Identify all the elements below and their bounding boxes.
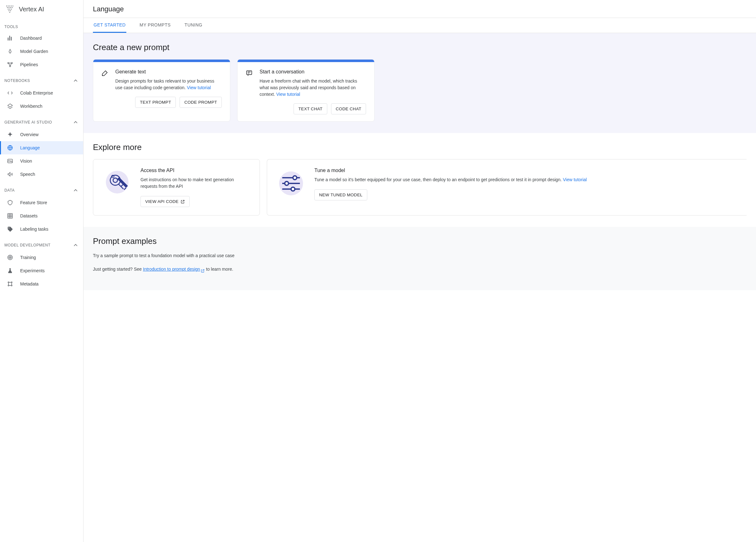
sidebar-item-label: Dashboard: [20, 36, 42, 41]
sidebar-item-datasets[interactable]: Datasets: [0, 209, 83, 222]
explore-section: Explore more Access the API Get instruct…: [83, 133, 756, 227]
examples-starter: Just getting started? See Introduction t…: [93, 265, 747, 273]
text-prompt-button[interactable]: TEXT PROMPT: [135, 97, 176, 108]
nav-section-header[interactable]: NOTEBOOKS: [0, 75, 83, 86]
chevron-up-icon: [72, 119, 79, 125]
view-tutorial-link[interactable]: View tutorial: [187, 85, 211, 90]
sidebar-item-label: Training: [20, 255, 36, 260]
view-tutorial-link[interactable]: View tutorial: [276, 92, 300, 97]
card-desc: Get instructions on how to make text gen…: [140, 176, 251, 190]
svg-point-40: [293, 176, 297, 180]
sidebar-item-label: Metadata: [20, 282, 38, 287]
tabs: GET STARTEDMY PROMPTSTUNING: [83, 18, 756, 33]
nav-section-header[interactable]: GENERATIVE AI STUDIO: [0, 117, 83, 128]
create-card: Start a conversation Have a freeform cha…: [237, 59, 375, 122]
examples-heading: Prompt examples: [93, 236, 747, 246]
svg-point-14: [9, 12, 10, 13]
sidebar-item-pipelines[interactable]: Pipelines: [0, 58, 83, 71]
examples-intro: Try a sample prompt to test a foundation…: [93, 252, 747, 259]
svg-point-2: [9, 6, 10, 6]
page-title: Language: [93, 5, 747, 13]
sidebar-item-dashboard[interactable]: Dashboard: [0, 31, 83, 45]
nav-section-label: MODEL DEVELOPMENT: [4, 243, 50, 247]
sidebar-item-labeling-tasks[interactable]: Labeling tasks: [0, 222, 83, 236]
svg-point-3: [11, 6, 12, 6]
card-actions: TEXT PROMPTCODE PROMPT: [101, 97, 222, 108]
examples-section: Prompt examples Try a sample prompt to t…: [83, 227, 756, 290]
dashboard-icon: [7, 35, 13, 41]
tab-my-prompts[interactable]: MY PROMPTS: [139, 18, 171, 33]
svg-point-41: [285, 181, 289, 185]
sidebar-item-label: Vision: [20, 158, 32, 163]
svg-point-28: [11, 282, 12, 283]
workbench-icon: [7, 103, 13, 109]
nav-section-label: NOTEBOOKS: [4, 78, 30, 83]
svg-point-12: [9, 10, 9, 11]
sidebar-item-colab-enterprise[interactable]: Colab Enterprise: [0, 86, 83, 100]
sidebar-item-experiments[interactable]: Experiments: [0, 264, 83, 277]
svg-point-4: [13, 6, 13, 6]
sidebar-item-speech[interactable]: Speech: [0, 168, 83, 181]
sidebar-item-label: Language: [20, 145, 40, 150]
brand[interactable]: Vertex AI: [0, 0, 83, 18]
sidebar-item-vision[interactable]: Vision: [0, 154, 83, 168]
code-prompt-button[interactable]: CODE PROMPT: [180, 97, 222, 108]
feature-store-icon: [7, 199, 13, 206]
create-heading: Create a new prompt: [93, 43, 747, 52]
code-chat-button[interactable]: CODE CHAT: [331, 103, 366, 114]
explore-card: Access the API Get instructions on how t…: [93, 159, 260, 215]
view-tutorial-link[interactable]: View tutorial: [563, 177, 587, 182]
svg-point-42: [291, 187, 295, 191]
sidebar-item-label: Experiments: [20, 268, 45, 273]
tab-tuning[interactable]: TUNING: [184, 18, 203, 33]
svg-point-1: [8, 6, 9, 6]
sidebar-item-label: Speech: [20, 172, 35, 177]
svg-point-7: [10, 7, 11, 8]
tab-get-started[interactable]: GET STARTED: [93, 18, 126, 33]
svg-point-8: [12, 7, 13, 8]
card-actions: TEXT CHATCODE CHAT: [246, 103, 366, 114]
chevron-up-icon: [72, 77, 79, 84]
svg-point-30: [11, 285, 12, 286]
svg-point-0: [6, 6, 7, 6]
svg-point-13: [10, 10, 11, 11]
external-link-icon: [180, 199, 185, 204]
sidebar-item-overview[interactable]: Overview: [0, 128, 83, 141]
card-title: Tune a model: [314, 168, 738, 173]
pipelines-icon: [7, 61, 13, 68]
sidebar-item-training[interactable]: Training: [0, 251, 83, 264]
text-chat-button[interactable]: TEXT CHAT: [294, 103, 327, 114]
training-icon: [7, 254, 13, 260]
vision-icon: [7, 158, 13, 164]
sidebar-item-workbench[interactable]: Workbench: [0, 100, 83, 113]
view-api-code-button[interactable]: VIEW API CODE: [140, 196, 190, 207]
sidebar-item-metadata[interactable]: Metadata: [0, 277, 83, 291]
chevron-up-icon: [72, 242, 79, 248]
chat-icon: [246, 70, 253, 77]
svg-rect-16: [9, 36, 10, 41]
card-title: Start a conversation: [260, 69, 366, 75]
svg-rect-15: [8, 37, 9, 40]
nav-section-label: TOOLS: [4, 25, 18, 29]
nav-section-header[interactable]: MODEL DEVELOPMENT: [0, 239, 83, 251]
svg-point-6: [9, 7, 9, 8]
create-cards: Generate text Design prompts for tasks r…: [93, 59, 747, 122]
card-title: Generate text: [115, 69, 222, 75]
new-tuned-model-button[interactable]: NEW TUNED MODEL: [314, 189, 367, 200]
external-link-icon: [201, 267, 205, 272]
nav-section-header[interactable]: DATA: [0, 185, 83, 196]
speech-icon: [7, 171, 13, 177]
svg-point-20: [9, 66, 11, 67]
explore-card: Tune a model Tune a model so it's better…: [267, 159, 747, 215]
sidebar-item-model-garden[interactable]: Model Garden: [0, 45, 83, 58]
sidebar-item-feature-store[interactable]: Feature Store: [0, 196, 83, 209]
svg-point-11: [11, 9, 12, 9]
sidebar-item-language[interactable]: Language: [0, 141, 83, 154]
vertex-ai-icon: [5, 4, 14, 14]
intro-prompt-design-link[interactable]: Introduction to prompt design: [143, 266, 205, 272]
card-desc: Design prompts for tasks relevant to you…: [115, 78, 222, 91]
language-icon: [7, 145, 13, 151]
metadata-icon: [7, 281, 13, 287]
svg-rect-31: [247, 71, 252, 75]
page-header: Language: [83, 0, 756, 18]
